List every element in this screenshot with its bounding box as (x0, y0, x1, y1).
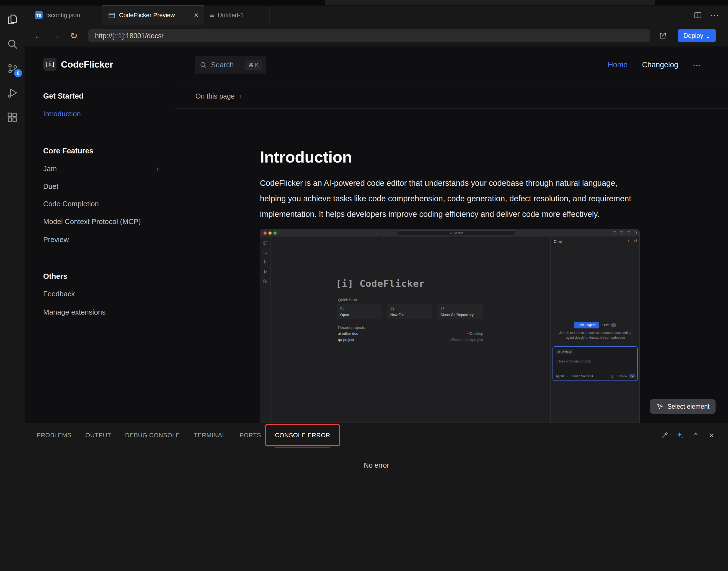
nav-home-link[interactable]: Home (608, 61, 627, 69)
bottom-panel: PROBLEMS OUTPUT DEBUG CONSOLE TERMINAL P… (25, 423, 728, 571)
source-control-icon[interactable]: 6 (0, 59, 25, 79)
panel-tab-output[interactable]: OUTPUT (85, 423, 111, 448)
hero-send-button (629, 374, 635, 378)
open-external-icon[interactable] (657, 30, 669, 42)
back-icon[interactable]: ← (32, 30, 44, 42)
hero-search-label: Search (454, 231, 464, 235)
close-panel-icon[interactable]: × (708, 431, 716, 440)
chevron-right-icon: › (156, 164, 159, 173)
hero-context-chip: # Context (556, 349, 573, 354)
hero-debug-icon (263, 269, 268, 274)
on-this-page-bar[interactable]: On this page › (175, 84, 728, 109)
sidebar-item-label: Model Context Protocol (MCP) (43, 217, 141, 226)
page-title: Introduction (260, 147, 352, 166)
divider (43, 84, 159, 84)
run-debug-icon[interactable] (0, 83, 25, 103)
hero-search-pill: Search (397, 230, 516, 235)
panel-tab-label: CONSOLE ERROR (275, 432, 330, 439)
hero-wordmark: [i] CodeFlicker (336, 278, 425, 289)
search-label: Search (211, 61, 234, 69)
sidebar-item-manage-extensions[interactable]: Manage extensions (43, 308, 159, 317)
sidebar-item-label: Code Completion (43, 200, 99, 208)
sidebar-item-label: Jam (43, 164, 57, 173)
chevron-down-icon: ⌄ (566, 375, 568, 378)
hero-back-icon: ← (375, 230, 380, 235)
close-icon: × (709, 430, 714, 441)
split-editor-icon[interactable] (694, 11, 702, 19)
sidebar-item-duet[interactable]: Duet (43, 182, 159, 191)
on-this-page-label: On this page (195, 92, 235, 100)
editor-actions: ⋯ (694, 6, 728, 25)
hero-preview-icon (611, 375, 614, 378)
tab-codeflicker-preview[interactable]: CodeFlicker Preview × (103, 6, 204, 25)
tab-label: CodeFlicker Preview (119, 12, 175, 19)
panel-actions: ⌄ × (660, 423, 716, 448)
hero-scm-icon (263, 260, 268, 264)
panel-tab-problems[interactable]: PROBLEMS (36, 423, 71, 448)
sidebar-item-feedback[interactable]: Feedback (43, 290, 159, 298)
sparkle-icon[interactable] (676, 431, 684, 440)
url-input[interactable]: http://[::1]:18001/docs/ (88, 29, 650, 42)
hero-clone-button: Clone Git Repository (437, 304, 482, 319)
sidebar-item-jam[interactable]: Jam › (43, 164, 159, 173)
divider (43, 260, 159, 260)
tab-tsconfig[interactable]: TS tsconfig.json (29, 6, 103, 25)
sidebar-item-label: Preview (43, 235, 68, 244)
hero-settings-icon (633, 231, 637, 235)
deploy-button[interactable]: Deploy ⌄ (678, 29, 716, 42)
extensions-icon[interactable] (0, 107, 25, 128)
hero-chat-actions: + ↺ (627, 238, 637, 244)
collapse-panel-icon[interactable]: ⌄ (692, 431, 700, 440)
hero-sidebar-left-icon (613, 231, 616, 235)
hero-recent-row: ai-editor-doc ~/Desktop (338, 332, 483, 336)
article-paragraph: CodeFlicker is an AI-powered code editor… (260, 175, 640, 222)
select-element-label: Select element (668, 403, 709, 411)
panel-tab-bar: PROBLEMS OUTPUT DEBUG CONSOLE TERMINAL P… (25, 423, 330, 448)
preview-webview: [i] CodeFlicker Search ⌘ K Home Changelo… (25, 46, 728, 423)
close-icon[interactable]: × (194, 11, 198, 19)
sidebar-heading-others: Others (43, 272, 67, 281)
select-element-button[interactable]: Select element (650, 399, 716, 414)
panel-tab-terminal[interactable]: TERMINAL (194, 423, 226, 448)
hero-activity-rail (260, 236, 271, 423)
sidebar-item-label: Feedback (43, 290, 75, 298)
panel-tab-ports[interactable]: PORTS (240, 423, 261, 448)
panel-tab-debug-console[interactable]: DEBUG CONSOLE (125, 423, 180, 448)
explorer-icon[interactable] (0, 9, 25, 30)
divider (43, 136, 159, 136)
hero-duet-badge (611, 323, 616, 327)
nav-changelog-link[interactable]: Changelog (642, 61, 678, 69)
preview-tab-icon (108, 12, 115, 19)
hero-search-icon (263, 250, 268, 255)
panel-tab-console-error[interactable]: CONSOLE ERROR (275, 423, 330, 448)
hero-close-dot (264, 231, 267, 235)
sidebar-item-code-completion[interactable]: Code Completion (43, 200, 159, 208)
hero-quick-start-buttons: Open New File Clone Git Repository (337, 304, 482, 319)
sidebar-item-mcp[interactable]: Model Context Protocol (MCP) (43, 217, 159, 226)
chevron-right-icon: › (239, 92, 242, 101)
hero-chat-title: Chat (554, 239, 562, 244)
command-center[interactable] (325, 0, 655, 5)
fix-icon[interactable] (660, 431, 669, 440)
hero-extensions-icon (263, 279, 268, 284)
hero-history-arrows: ← → (375, 230, 388, 235)
nav-more-icon[interactable]: ⋯ (693, 60, 702, 70)
search-activity-icon[interactable] (0, 34, 25, 54)
search-shortcut: ⌘ K (245, 60, 262, 70)
hero-panel-bottom-icon (619, 231, 623, 235)
search-icon (449, 231, 452, 235)
tab-untitled[interactable]: ≡ Untitled-1 (204, 6, 270, 25)
docs-search-button[interactable]: Search ⌘ K (195, 55, 266, 74)
reload-icon[interactable]: ↻ (68, 30, 80, 42)
sidebar-item-preview[interactable]: Preview (43, 235, 159, 244)
hero-recent-name: ai-editor-doc (338, 332, 358, 336)
sidebar-item-introduction[interactable]: Introduction (43, 110, 159, 118)
forward-icon[interactable]: → (50, 30, 62, 42)
activity-bar: 6 (0, 6, 25, 571)
hero-button-label: Clone Git Repository (440, 313, 479, 317)
more-icon[interactable]: ⋯ (710, 10, 720, 20)
file-icon: ≡ (210, 11, 214, 20)
article-hero-image: ← → Search [i] CodeFlicker Quick Start (260, 229, 640, 423)
docs-logo: [i] (43, 58, 56, 71)
hero-chat-tab-duet: Duet (602, 323, 616, 327)
